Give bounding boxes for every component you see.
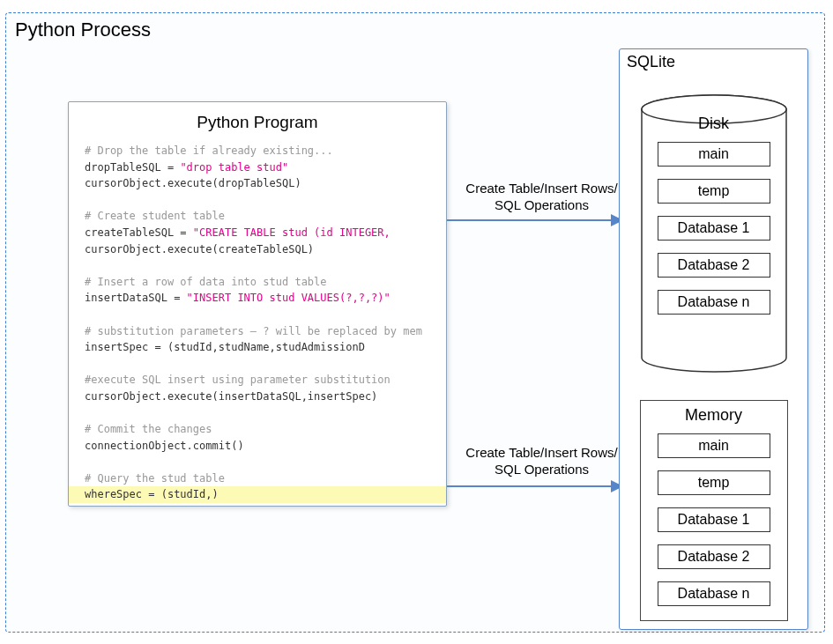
memory-heading: Memory [641,406,787,425]
code-area: # Drop the table if already existing... … [69,139,446,503]
arrow-text: Create Table/Insert Rows/ [465,445,617,460]
code-string: "CREATE TABLE stud (id INTEGER, [193,226,390,239]
memory-db-item: Database 2 [658,544,770,569]
disk-heading: Disk [639,115,789,133]
sqlite-title: SQLite [620,49,807,71]
memory-db-item: Database n [658,581,770,606]
disk-db-item: Database 2 [658,253,770,278]
python-program-box: Python Program # Drop the table if alrea… [68,101,447,507]
code-comment: # Commit the changes [85,423,212,435]
code-comment: # Create student table [85,210,225,222]
code-line: cursorObject.execute(dropTableSQL) [85,177,301,189]
memory-db-item: main [658,433,770,458]
arrow-label-memory: Create Table/Insert Rows/ SQL Operations [456,445,628,478]
code-comment: # Drop the table if already existing... [85,144,333,157]
sqlite-container: SQLite Disk main temp Database 1 Databas… [619,48,808,630]
disk-db-item: Database 1 [658,216,770,241]
code-line: createTableSQL = [85,226,193,239]
code-comment: # Query the stud table [85,472,225,485]
code-highlighted-line: whereSpec = (studId,) [69,486,446,503]
arrow-text: SQL Operations [495,462,589,477]
code-line: dropTableSQL = [85,161,180,174]
disk-cylinder: Disk main temp Database 1 Database 2 Dat… [639,93,789,375]
code-line: cursorObject.execute(createTableSQL) [85,243,314,255]
code-line: cursorObject.execute(insertDataSQL,inser… [85,390,377,403]
arrow-text: SQL Operations [495,197,589,212]
code-comment: # substitution parameters – ? will be re… [85,325,422,337]
code-line: connectionObject.commit() [85,440,244,452]
disk-db-item: main [658,142,770,167]
disk-content: Disk main temp Database 1 Database 2 Dat… [639,115,789,327]
code-line: insertSpec = (studId,studName,studAdmiss… [85,341,365,353]
process-container: Python Process Python Program # Drop the… [5,12,825,633]
code-comment: #execute SQL insert using parameter subs… [85,374,390,386]
disk-db-item: temp [658,179,770,204]
memory-box: Memory main temp Database 1 Database 2 D… [640,400,788,621]
code-string: "drop table stud" [180,161,288,174]
memory-db-item: temp [658,470,770,495]
disk-db-item: Database n [658,290,770,315]
arrow-text: Create Table/Insert Rows/ [465,181,617,196]
code-line: insertDataSQL = [85,292,187,304]
arrow-to-memory [447,485,621,487]
program-title: Python Program [69,102,446,139]
code-string: "INSERT INTO stud VALUES(?,?,?)" [187,292,390,304]
code-comment: # Insert a row of data into stud table [85,276,327,288]
memory-db-item: Database 1 [658,507,770,532]
arrow-label-disk: Create Table/Insert Rows/ SQL Operations [456,181,628,214]
process-title: Python Process [15,19,151,41]
arrow-to-disk [447,219,621,221]
